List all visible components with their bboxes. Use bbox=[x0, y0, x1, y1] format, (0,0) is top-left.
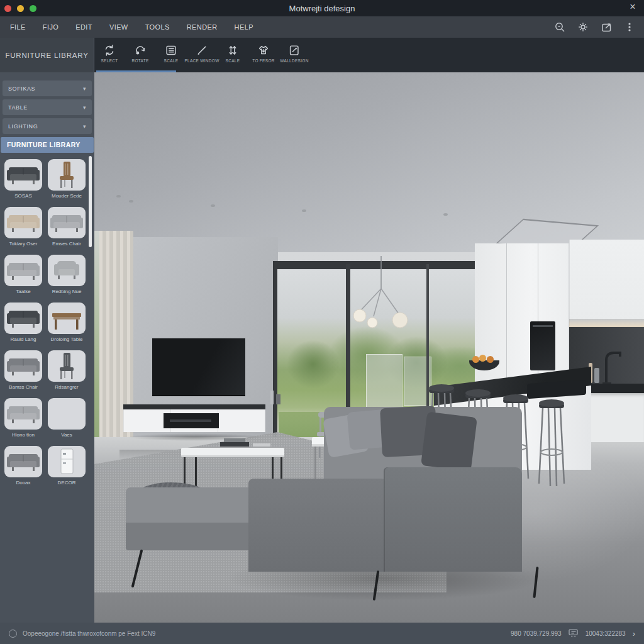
furniture-item[interactable]: Hiono tion bbox=[4, 398, 42, 438]
furniture-thumbnail[interactable] bbox=[48, 159, 86, 191]
status-coordinates: 980 7039.729.993 10043:322283 › bbox=[511, 628, 635, 638]
furniture-item-label: Rdsangrer bbox=[48, 384, 86, 390]
tool-button[interactable]: SCALE bbox=[158, 40, 184, 63]
tool-button[interactable]: SCALE bbox=[220, 40, 245, 63]
furniture-thumbnail[interactable] bbox=[4, 398, 42, 430]
ceiling-spotlight bbox=[302, 209, 306, 212]
menu-icon-group bbox=[554, 21, 644, 33]
furniture-thumbnail[interactable] bbox=[48, 255, 86, 286]
grid-icon bbox=[569, 628, 579, 638]
furniture-item[interactable]: Dooax bbox=[4, 446, 42, 486]
furniture-item-label: Vaes bbox=[48, 432, 86, 438]
wall-tv[interactable] bbox=[152, 338, 245, 396]
built-in-oven[interactable] bbox=[530, 321, 555, 370]
tool-button[interactable]: WALLDESIGN bbox=[282, 40, 307, 63]
tool-icon bbox=[103, 43, 116, 57]
sofa-back-right[interactable] bbox=[384, 467, 522, 572]
furniture-thumbnail[interactable] bbox=[4, 255, 42, 286]
window-title: Motwrejti defesign bbox=[0, 4, 644, 13]
menu-item[interactable]: VIEW bbox=[109, 23, 128, 31]
under-cabinet-light bbox=[569, 319, 644, 327]
status-expand-chevron[interactable]: › bbox=[633, 629, 635, 638]
furniture-item-label: Droloing Table bbox=[48, 336, 86, 342]
status-circle-icon bbox=[9, 630, 17, 638]
menu-item[interactable]: RENDER bbox=[187, 23, 218, 31]
furniture-item[interactable]: Emses Chair bbox=[48, 207, 86, 247]
furniture-thumbnail[interactable] bbox=[48, 303, 86, 334]
menu-items: FILE FIJO EDIT VIEW TOOLS RENDER HELP bbox=[0, 23, 253, 31]
coffee-table[interactable] bbox=[181, 448, 284, 457]
menu-item[interactable]: FILE bbox=[10, 23, 26, 31]
tool-button[interactable]: ROTATE bbox=[128, 40, 153, 63]
furniture-item-label: Redbing Nue bbox=[48, 289, 86, 294]
furniture-thumbnail[interactable] bbox=[48, 446, 86, 477]
zoom-search-icon[interactable] bbox=[554, 21, 565, 33]
furniture-item[interactable]: Bamss Chair bbox=[4, 350, 42, 390]
ceiling-spotlight bbox=[443, 213, 448, 216]
ceiling-spotlight bbox=[211, 204, 215, 207]
furniture-thumbnail[interactable] bbox=[48, 398, 86, 430]
tool-label: TO FESOR bbox=[252, 58, 275, 63]
furniture-thumbnail[interactable] bbox=[4, 303, 42, 334]
furniture-item[interactable]: DECOR bbox=[48, 446, 86, 486]
settings-gear-icon[interactable] bbox=[577, 21, 589, 33]
furniture-thumbnail[interactable] bbox=[48, 207, 86, 238]
furniture-item[interactable]: Rdsangrer bbox=[48, 350, 86, 390]
furniture-item[interactable]: Vaes bbox=[48, 398, 86, 438]
furniture-thumbnail[interactable] bbox=[48, 350, 86, 382]
pendant-light[interactable] bbox=[343, 256, 419, 344]
viewport-3d[interactable] bbox=[94, 72, 644, 623]
category-label: TABLE bbox=[8, 104, 28, 111]
tool-button[interactable]: TO FESOR bbox=[251, 40, 276, 63]
panel-title-label: FURNITURE LIBRARY bbox=[5, 52, 88, 59]
tool-icon bbox=[133, 43, 147, 57]
menu-item[interactable]: EDIT bbox=[75, 23, 92, 31]
category-dropdown[interactable]: LIGHTING ▾ bbox=[3, 118, 92, 134]
coords-primary: 980 7039.729.993 bbox=[511, 630, 562, 637]
tool-buttons: SELECT ROTATE bbox=[97, 40, 307, 63]
decor-candle bbox=[276, 394, 280, 404]
furniture-library-header[interactable]: FURNITURE LIBRARY bbox=[1, 137, 94, 153]
furniture-item[interactable]: Taatke bbox=[4, 255, 42, 294]
tool-button[interactable]: PLACE WINDOW bbox=[189, 40, 214, 63]
furniture-item[interactable]: Droloing Table bbox=[48, 303, 86, 342]
export-icon[interactable] bbox=[601, 21, 612, 33]
furniture-item[interactable]: SOSAS bbox=[4, 159, 42, 199]
tool-icon bbox=[287, 43, 301, 57]
tool-button[interactable]: SELECT bbox=[97, 40, 122, 63]
credenza-media-shelf bbox=[164, 413, 219, 428]
furniture-item[interactable]: Rauld Lang bbox=[4, 303, 42, 342]
menu-item[interactable]: HELP bbox=[235, 23, 253, 31]
furniture-thumbnail[interactable] bbox=[4, 159, 42, 191]
furniture-item[interactable]: Redbing Nue bbox=[48, 255, 86, 294]
ceiling-spotlight bbox=[116, 195, 121, 197]
furniture-item[interactable]: Tokiary Oser bbox=[4, 207, 42, 247]
fruit bbox=[487, 356, 494, 363]
furniture-thumbnail[interactable] bbox=[4, 446, 42, 477]
furniture-item[interactable]: Mouder Sede bbox=[48, 159, 86, 199]
tool-icon bbox=[195, 43, 209, 57]
sidebar-scrollbar[interactable] bbox=[89, 156, 92, 247]
coords-secondary: 10043:322283 bbox=[586, 630, 626, 637]
category-label: LIGHTING bbox=[8, 123, 38, 130]
category-dropdown[interactable]: TABLE ▾ bbox=[3, 99, 92, 115]
coffee-table-book bbox=[220, 442, 249, 447]
fruit bbox=[472, 356, 479, 363]
sofa-back-left[interactable] bbox=[248, 479, 386, 572]
category-dropdown[interactable]: SOFIKAS ▾ bbox=[3, 80, 92, 96]
category-dropdowns: SOFIKAS ▾ TABLE ▾ LIGHTING ▾ bbox=[0, 72, 94, 134]
menu-item[interactable]: TOOLS bbox=[145, 23, 170, 31]
category-label: SOFIKAS bbox=[8, 86, 35, 92]
more-menu-icon[interactable] bbox=[624, 21, 635, 33]
furniture-item-label: Bamss Chair bbox=[4, 384, 42, 390]
menu-item[interactable]: FIJO bbox=[43, 23, 58, 31]
close-button[interactable]: × bbox=[626, 1, 639, 13]
panel-title: FURNITURE LIBRARY bbox=[0, 38, 94, 72]
furniture-thumbnail[interactable] bbox=[4, 350, 42, 382]
chevron-down-icon: ▾ bbox=[83, 104, 86, 111]
tv-credenza-top bbox=[123, 404, 265, 409]
tool-icon bbox=[257, 43, 270, 57]
furniture-thumbnail[interactable] bbox=[4, 207, 42, 238]
tool-icon bbox=[164, 43, 178, 57]
kitchen-upper-cabinets[interactable] bbox=[569, 240, 644, 326]
